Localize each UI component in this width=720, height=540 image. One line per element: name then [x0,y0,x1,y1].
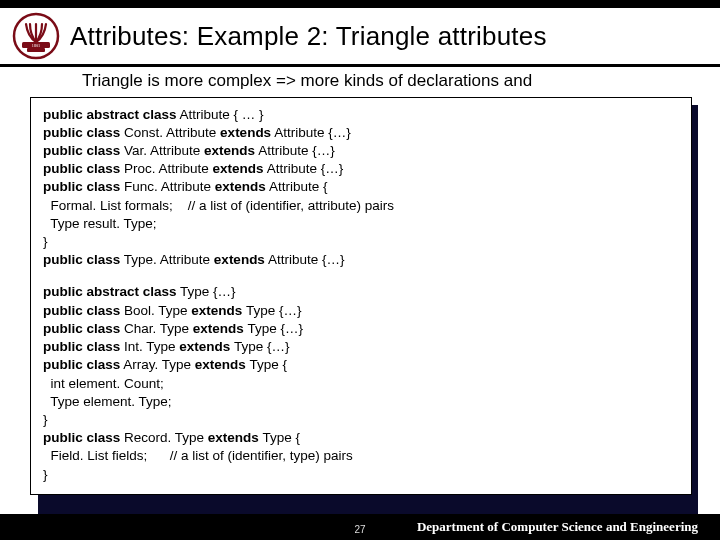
svg-text:1801: 1801 [32,43,40,48]
code-text: Bool. Type [120,303,191,318]
code-gap [43,269,679,283]
code-keyword: public class [43,161,120,176]
code-keyword: extends [204,143,255,158]
code-keyword: extends [195,357,246,372]
code-text: Type result. Type; [43,216,157,231]
code-line: public class Array. Type extends Type { [43,356,679,374]
code-text: Var. Attribute [120,143,204,158]
code-keyword: public class [43,303,120,318]
code-text: Array. Type [120,357,195,372]
slide-subtitle: Triangle is more complex => more kinds o… [0,71,720,97]
code-text: Type {…} [244,321,303,336]
code-text: Char. Type [120,321,193,336]
code-line: public class Record. Type extends Type { [43,429,679,447]
code-keyword: extends [179,339,230,354]
code-line: Formal. List formals; // a list of (iden… [43,197,679,215]
code-line: int element. Count; [43,375,679,393]
code-keyword: public class [43,357,120,372]
university-logo-icon: 1801 [12,12,60,60]
code-text: Type {…} [177,284,236,299]
code-text: Attribute {…} [264,161,344,176]
code-keyword: public class [43,125,120,140]
code-keyword: public class [43,339,120,354]
code-text: } [43,412,48,427]
code-keyword: public class [43,179,120,194]
code-keyword: extends [220,125,271,140]
code-text: Func. Attribute [120,179,215,194]
code-text: Attribute {…} [271,125,351,140]
code-text: Type { [246,357,287,372]
code-line: public class Int. Type extends Type {…} [43,338,679,356]
code-line: Type element. Type; [43,393,679,411]
code-text: Type {…} [230,339,289,354]
code-line: public class Char. Type extends Type {…} [43,320,679,338]
slide-title: Attributes: Example 2: Triangle attribut… [70,21,547,52]
footer-dept: Department of Computer Science and Engin… [417,519,698,535]
code-line: public abstract class Attribute { … } [43,106,679,124]
code-box: public abstract class Attribute { … }pub… [30,97,692,495]
code-box-wrap: public abstract class Attribute { … }pub… [30,97,692,509]
code-text: Attribute {…} [265,252,345,267]
top-bar [0,0,720,8]
code-keyword: public class [43,143,120,158]
code-block-1: public abstract class Attribute { … }pub… [43,106,679,270]
code-keyword: extends [191,303,242,318]
code-line: } [43,233,679,251]
code-text: Const. Attribute [120,125,220,140]
code-keyword: extends [213,161,264,176]
code-keyword: public abstract class [43,284,177,299]
code-line: public class Bool. Type extends Type {…} [43,302,679,320]
code-text: Attribute { … } [177,107,264,122]
code-text: Record. Type [120,430,208,445]
code-line: } [43,466,679,484]
code-keyword: public class [43,252,120,267]
slide: 1801 Attributes: Example 2: Triangle att… [0,0,720,540]
code-text: Type { [259,430,300,445]
code-text: Attribute {…} [255,143,335,158]
code-block-2: public abstract class Type {…}public cla… [43,283,679,483]
code-text: Type {…} [242,303,301,318]
title-rule [0,64,720,67]
code-text: Type element. Type; [43,394,172,409]
code-keyword: extends [215,179,266,194]
code-line: Field. List fields; // a list of (identi… [43,447,679,465]
code-text: } [43,234,48,249]
code-text: Int. Type [120,339,179,354]
code-keyword: extends [193,321,244,336]
code-keyword: public class [43,430,120,445]
code-text: Field. List fields; // a list of (identi… [43,448,353,463]
code-text: } [43,467,48,482]
code-line: public class Var. Attribute extends Attr… [43,142,679,160]
code-text: int element. Count; [43,376,164,391]
code-line: } [43,411,679,429]
code-line: public class Func. Attribute extends Att… [43,178,679,196]
code-line: public abstract class Type {…} [43,283,679,301]
code-text: Type. Attribute [120,252,214,267]
code-keyword: extends [208,430,259,445]
code-keyword: public class [43,321,120,336]
code-line: Type result. Type; [43,215,679,233]
code-line: public class Proc. Attribute extends Att… [43,160,679,178]
code-text: Proc. Attribute [120,161,212,176]
code-text: Attribute { [266,179,328,194]
code-line: public class Const. Attribute extends At… [43,124,679,142]
code-keyword: extends [214,252,265,267]
code-keyword: public abstract class [43,107,177,122]
code-text: Formal. List formals; // a list of (iden… [43,198,394,213]
page-number: 27 [354,524,365,535]
header: 1801 Attributes: Example 2: Triangle att… [0,8,720,62]
svg-rect-2 [27,48,45,52]
code-line: public class Type. Attribute extends Att… [43,251,679,269]
